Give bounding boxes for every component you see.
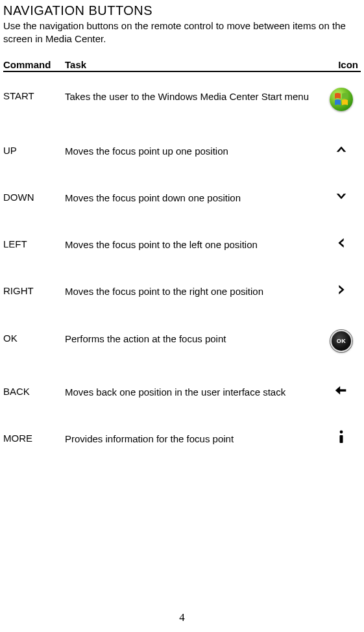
table-row: START Takes the user to the Windows Medi…	[3, 72, 361, 127]
table-row: UP Moves the focus point up one position	[3, 127, 361, 173]
page-number: 4	[0, 611, 364, 624]
table-header-row: Command Task Icon	[3, 59, 361, 72]
task-text: Takes the user to the Windows Media Cent…	[65, 88, 322, 103]
icon-cell	[322, 383, 361, 398]
arrow-up-icon	[334, 142, 348, 157]
command-label: RIGHT	[3, 283, 65, 296]
command-label: BACK	[3, 383, 65, 397]
task-text: Moves back one position in the user inte…	[65, 383, 322, 399]
arrow-left-icon	[334, 236, 348, 250]
icon-cell	[322, 283, 361, 297]
command-label: OK	[3, 330, 65, 344]
task-text: Moves the focus point up one position	[65, 142, 322, 158]
table-row: DOWN Moves the focus point down one posi…	[3, 173, 361, 220]
icon-cell	[322, 189, 361, 203]
command-label: LEFT	[3, 236, 65, 249]
icon-cell	[322, 430, 361, 444]
command-label: START	[3, 88, 65, 101]
task-text: Moves the focus point to the left one po…	[65, 236, 322, 251]
task-text: Moves the focus point to the right one p…	[65, 283, 322, 298]
icon-cell	[322, 88, 361, 111]
arrow-back-icon	[334, 383, 348, 398]
header-task: Task	[65, 59, 322, 70]
intro-text: Use the navigation buttons on the remote…	[3, 19, 361, 46]
task-text: Performs the action at the focus point	[65, 330, 322, 346]
arrow-down-icon	[334, 189, 348, 203]
ok-button-icon: OK	[330, 330, 352, 352]
icon-cell	[322, 142, 361, 157]
svg-rect-1	[340, 435, 343, 443]
table-row: MORE Provides information for the focus …	[3, 414, 361, 461]
header-icon: Icon	[322, 59, 361, 70]
arrow-right-icon	[334, 283, 348, 297]
command-label: UP	[3, 142, 65, 156]
icon-cell: OK	[322, 330, 361, 352]
info-icon	[335, 430, 347, 444]
command-label: DOWN	[3, 189, 65, 203]
command-label: MORE	[3, 430, 65, 444]
windows-start-icon	[330, 88, 353, 111]
table-row: BACK Moves back one position in the user…	[3, 368, 361, 414]
section-title: NAVIGATION BUTTONS	[3, 3, 361, 18]
table-row: OK Performs the action at the focus poin…	[3, 314, 361, 368]
task-text: Provides information for the focus point	[65, 430, 322, 446]
table-row: RIGHT Moves the focus point to the right…	[3, 267, 361, 314]
task-text: Moves the focus point down one position	[65, 189, 322, 205]
table-body: START Takes the user to the Windows Medi…	[3, 72, 361, 462]
svg-point-0	[340, 430, 343, 433]
icon-cell	[322, 236, 361, 250]
header-command: Command	[3, 59, 65, 70]
table-row: LEFT Moves the focus point to the left o…	[3, 220, 361, 267]
